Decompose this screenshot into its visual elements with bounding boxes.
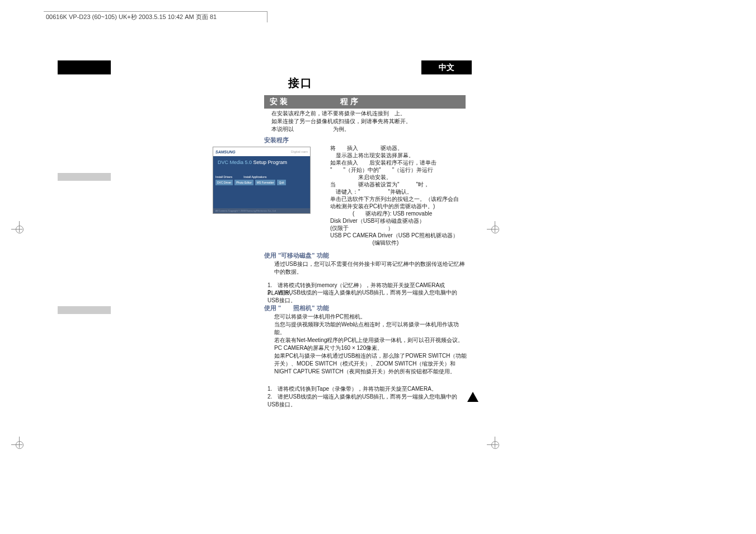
installer-header: SAMSUNG Digital-cam [213,147,310,156]
camera-desc: 您可以将摄录一体机用作PC照相机。 当您与提供视频聊天功能的Web站点相连时，您… [274,313,467,376]
side-gray-bar-1 [58,173,111,181]
installer-screenshot: SAMSUNG Digital-cam DVC Media 5.0 Setup … [213,147,311,214]
camera-step-1: 1. 请将模式转换到Tape（录像带），并将功能开关旋至CAMERA。 [267,385,468,393]
quit-button[interactable]: Quit [277,180,285,185]
subsection-camera: 使用 " 照相机" 功能 [264,304,329,312]
camera-line-5: 如果PC机与摄录一体机通过USB相连的话，那么除了POWER SWITCH（功能… [274,352,467,376]
install-steps: 将 插入 驱动器。 显示器上将出现安装选择屏幕。 如果在插入 后安装程序不运行，… [330,144,470,246]
crop-mark-icon [487,437,504,453]
camera-line-1: 您可以将摄录一体机用作PC照相机。 [274,313,467,321]
installer-title-suffix: Setup Program [252,160,287,165]
top-black-bar [58,60,111,74]
photo-editor-button[interactable]: Photo Editor [234,180,253,185]
header-text: 00616K VP-D23 (60~105) UK+秒 2003.5.15 10… [46,13,217,20]
intro-line-1: 在安装该程序之前，请不要将摄录一体机连接到 上。 [271,110,411,118]
digitalcam-label: Digital-cam [291,150,308,153]
side-gray-bar-2 [58,306,111,314]
installer-title-highlight: DVC Media 5.0 [218,160,252,165]
section-install-header: 安装 程序 [264,95,466,109]
subsection-removable-disk: 使用 "可移动磁盘" 功能 [264,251,329,260]
camera-step-2: 2. 请把USB线缆的一端连入摄像机的USB插孔，而将另一端接入您电脑中的USB… [267,393,468,409]
camera-line-4: PC CAMERA的屏幕尺寸为160 × 120像素。 [274,344,467,352]
installer-footer: All Contents Copyright © 2003 Samsung El… [213,208,310,213]
camera-line-2: 当您与提供视频聊天功能的Web站点相连时，您可以将摄录一体机用作该功能。 [274,321,467,336]
intro-line-3: 本说明以 为例。 [271,125,411,133]
dvc-driver-button[interactable]: DVC Driver [215,180,233,185]
crop-mark-icon [487,221,504,238]
crop-mark-icon [11,437,28,453]
intro-text: 在安装该程序之前，请不要将摄录一体机连接到 上。 如果连接了另一台摄像机或扫描仪… [271,110,411,133]
crop-mark-icon [11,221,28,238]
subsection-install-procedure: 安装程序 [264,136,289,144]
main-title: 接口 [288,76,313,91]
intro-line-2: 如果连接了另一台摄像机或扫描仪，则请事先将其断开。 [271,118,411,125]
samsung-logo: SAMSUNG [215,150,236,154]
installer-title: DVC Media 5.0 Setup Program [213,156,310,168]
install-apps-label: Install Applications [243,175,266,179]
camera-line-3: 若在装有Net-Meeting程序的PC机上使用摄录一体机，则可以召开视频会议。 [274,336,467,344]
removable-step-2: 2. 请把USB线缆的一端连入摄像机的USB插孔，而将另一端接入您电脑中的USB… [267,289,468,305]
page-header-meta: 00616K VP-D23 (60~105) UK+秒 2003.5.15 10… [44,11,267,22]
installer-section-labels: Install Drivers Install Applications [213,175,310,179]
installer-buttons: DVC Driver Photo Editor MS Formatter Qui… [213,180,310,185]
removable-disk-desc: 通过USB接口，您可以不需要任何外接卡即可将记忆棒中的数据传送给记忆棒中的数据。 [274,260,467,276]
install-drivers-label: Install Drivers [215,175,232,179]
ms-formatter-button[interactable]: MS Formatter [255,180,276,185]
page-indicator-triangle-icon [467,392,478,402]
language-label: 中文 [421,60,472,74]
